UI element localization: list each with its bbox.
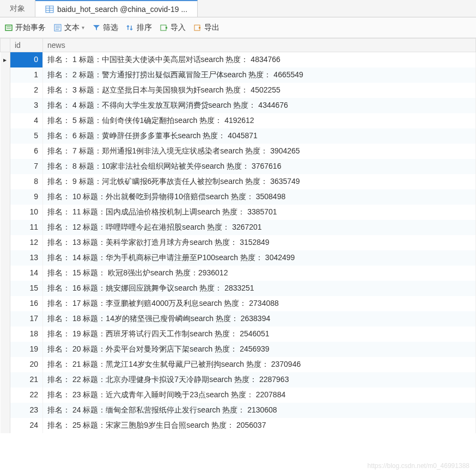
cell-news[interactable]: 排名： 9 标题：河北铁矿瞒报6死事故责任人被控制search 热度： 3635… [43, 174, 476, 189]
import-button[interactable]: 导入 [160, 23, 186, 33]
cell-news[interactable]: 排名： 23 标题：近六成青年入睡时间晚于23点search 热度： 22078… [43, 387, 476, 403]
row-indicator [1, 266, 10, 281]
cell-news[interactable]: 排名： 12 标题：哔哩哔哩今起在港招股search 热度： 3267201 [43, 220, 476, 235]
tab-active[interactable]: baidu_hot_search @china_covid-19 ... [35, 0, 198, 17]
cell-id[interactable]: 13 [10, 250, 43, 266]
begin-transaction-button[interactable]: 开始事务 [4, 23, 46, 33]
cell-news[interactable]: 排名： 7 标题：郑州通报1例非法入境无症状感染者search 热度： 3904… [43, 144, 476, 159]
cell-id[interactable]: 5 [10, 128, 43, 144]
cell-id[interactable]: 7 [10, 159, 43, 174]
row-indicator [1, 342, 10, 357]
cell-id[interactable]: 23 [10, 403, 43, 418]
cell-id[interactable]: 0 [10, 52, 43, 68]
row-indicator [1, 113, 10, 128]
cell-id[interactable]: 18 [10, 327, 43, 342]
cell-id[interactable]: 4 [10, 113, 43, 128]
row-indicator [1, 128, 10, 144]
column-header-news[interactable]: news [43, 39, 476, 52]
cell-news[interactable]: 排名： 18 标题：14岁的猪坚强已瘦骨嶙峋search 热度： 2638394 [43, 311, 476, 327]
table-row[interactable]: 13排名： 14 标题：华为手机商标已申请注册至P100search 热度： 3… [1, 250, 476, 266]
cell-news[interactable]: 排名： 20 标题：外卖平台对曼玲粥店下架search 热度： 2456939 [43, 342, 476, 357]
cell-id[interactable]: 16 [10, 296, 43, 311]
table-row[interactable]: 24排名： 25 标题：宋家三胞胎9岁生日合照search 热度： 205603… [1, 418, 476, 433]
table-row[interactable]: 8排名： 9 标题：河北铁矿瞒报6死事故责任人被控制search 热度： 363… [1, 174, 476, 189]
cell-news[interactable]: 排名： 13 标题：美科学家欲打造月球方舟search 热度： 3152849 [43, 235, 476, 250]
row-indicator [1, 220, 10, 235]
table-row[interactable]: 10排名： 11 标题：国内成品油价格按机制上调search 热度： 33857… [1, 205, 476, 220]
row-indicator [1, 250, 10, 266]
cell-news[interactable]: 排名： 8 标题：10家非法社会组织网站被关停search 热度： 376761… [43, 159, 476, 174]
cell-news[interactable]: 排名： 19 标题：西班牙将试行四天工作制search 热度： 2546051 [43, 327, 476, 342]
row-indicator [1, 144, 10, 159]
cell-news[interactable]: 排名： 25 标题：宋家三胞胎9岁生日合照search 热度： 2056037 [43, 418, 476, 433]
table-row[interactable]: 1排名： 2 标题：警方通报打捞出疑似西藏冒险王尸体search 热度： 466… [1, 67, 476, 83]
cell-id[interactable]: 8 [10, 174, 43, 189]
table-row[interactable]: 15排名： 16 标题：姚安娜回应跳舞争议search 热度： 2833251 [1, 281, 476, 296]
table-row[interactable]: 19排名： 20 标题：外卖平台对曼玲粥店下架search 热度： 245693… [1, 342, 476, 357]
cell-id[interactable]: 9 [10, 189, 43, 205]
column-header-id[interactable]: id [10, 39, 43, 52]
cell-news[interactable]: 排名： 10 标题：外出就餐吃到异物得10倍赔偿search 热度： 35084… [43, 189, 476, 205]
table-row[interactable]: 14排名： 15 标题： 欧冠8强出炉search 热度：2936012 [1, 266, 476, 281]
tab-objects[interactable]: 对象 [0, 0, 35, 17]
cell-id[interactable]: 21 [10, 372, 43, 387]
cell-id[interactable]: 22 [10, 387, 43, 403]
cell-news[interactable]: 排名： 15 标题： 欧冠8强出炉search 热度：2936012 [43, 266, 476, 281]
sort-icon [126, 23, 135, 32]
begin-transaction-label: 开始事务 [15, 23, 46, 33]
cell-id[interactable]: 10 [10, 205, 43, 220]
text-button[interactable]: 文本 ▾ [53, 23, 84, 33]
cell-id[interactable]: 14 [10, 266, 43, 281]
table-row[interactable]: 18排名： 19 标题：西班牙将试行四天工作制search 热度： 254605… [1, 327, 476, 342]
cell-id[interactable]: 3 [10, 98, 43, 113]
table-row[interactable]: ▸0排名： 1 标题：中国驻美大使谈中美高层对话search 热度： 48347… [1, 52, 476, 68]
cell-news[interactable]: 排名： 24 标题：缅甸全部私营报纸停止发行search 热度： 2130608 [43, 403, 476, 418]
row-indicator [1, 83, 10, 98]
table-row[interactable]: 21排名： 22 标题：北京办理健身卡拟设7天冷静期search 热度： 228… [1, 372, 476, 387]
cell-id[interactable]: 20 [10, 357, 43, 372]
cell-id[interactable]: 15 [10, 281, 43, 296]
table-row[interactable]: 4排名： 5 标题：仙剑奇侠传1确定翻拍search 热度： 4192612 [1, 113, 476, 128]
table-row[interactable]: 23排名： 24 标题：缅甸全部私营报纸停止发行search 热度： 21306… [1, 403, 476, 418]
cell-news[interactable]: 排名： 6 标题：黄峥辞任拼多多董事长search 热度： 4045871 [43, 128, 476, 144]
table-row[interactable]: 3排名： 4 标题：不得向大学生发放互联网消费贷search 热度： 43446… [1, 98, 476, 113]
cell-news[interactable]: 排名： 5 标题：仙剑奇侠传1确定翻拍search 热度： 4192612 [43, 113, 476, 128]
grid-header-row: id news [1, 39, 476, 52]
table-row[interactable]: 11排名： 12 标题：哔哩哔哩今起在港招股search 热度： 3267201 [1, 220, 476, 235]
cell-id[interactable]: 12 [10, 235, 43, 250]
table-row[interactable]: 2排名： 3 标题：赵立坚批日本与美国狼狈为奸search 热度： 450225… [1, 83, 476, 98]
cell-id[interactable]: 1 [10, 67, 43, 83]
cell-news[interactable]: 排名： 16 标题：姚安娜回应跳舞争议search 热度： 2833251 [43, 281, 476, 296]
table-row[interactable]: 9排名： 10 标题：外出就餐吃到异物得10倍赔偿search 热度： 3508… [1, 189, 476, 205]
cell-id[interactable]: 2 [10, 83, 43, 98]
export-icon [193, 23, 202, 32]
cell-news[interactable]: 排名： 11 标题：国内成品油价格按机制上调search 热度： 3385701 [43, 205, 476, 220]
table-row[interactable]: 5排名： 6 标题：黄峥辞任拼多多董事长search 热度： 4045871 [1, 128, 476, 144]
cell-news[interactable]: 排名： 14 标题：华为手机商标已申请注册至P100search 热度： 304… [43, 250, 476, 266]
row-indicator [1, 403, 10, 418]
cell-news[interactable]: 排名： 21 标题：黑龙江14岁女生弑母藏尸已被刑拘search 热度： 237… [43, 357, 476, 372]
filter-button[interactable]: 筛选 [92, 23, 118, 33]
sort-button[interactable]: 排序 [126, 23, 152, 33]
cell-news[interactable]: 排名： 2 标题：警方通报打捞出疑似西藏冒险王尸体search 热度： 4665… [43, 67, 476, 83]
export-button[interactable]: 导出 [193, 23, 219, 33]
cell-news[interactable]: 排名： 17 标题：李亚鹏被判赔4000万及利息search 热度： 27340… [43, 296, 476, 311]
table-row[interactable]: 7排名： 8 标题：10家非法社会组织网站被关停search 热度： 37676… [1, 159, 476, 174]
table-row[interactable]: 6排名： 7 标题：郑州通报1例非法入境无症状感染者search 热度： 390… [1, 144, 476, 159]
cell-news[interactable]: 排名： 22 标题：北京办理健身卡拟设7天冷静期search 热度： 22879… [43, 372, 476, 387]
cell-news[interactable]: 排名： 3 标题：赵立坚批日本与美国狼狈为奸search 热度： 4502255 [43, 83, 476, 98]
table-row[interactable]: 12排名： 13 标题：美科学家欲打造月球方舟search 热度： 315284… [1, 235, 476, 250]
cell-id[interactable]: 17 [10, 311, 43, 327]
cell-news[interactable]: 排名： 4 标题：不得向大学生发放互联网消费贷search 热度： 434467… [43, 98, 476, 113]
table-row[interactable]: 20排名： 21 标题：黑龙江14岁女生弑母藏尸已被刑拘search 热度： 2… [1, 357, 476, 372]
cell-id[interactable]: 6 [10, 144, 43, 159]
table-row[interactable]: 17排名： 18 标题：14岁的猪坚强已瘦骨嶙峋search 热度： 26383… [1, 311, 476, 327]
table-row[interactable]: 16排名： 17 标题：李亚鹏被判赔4000万及利息search 热度： 273… [1, 296, 476, 311]
row-indicator [1, 98, 10, 113]
cell-id[interactable]: 11 [10, 220, 43, 235]
table-row[interactable]: 22排名： 23 标题：近六成青年入睡时间晚于23点search 热度： 220… [1, 387, 476, 403]
cell-news[interactable]: 排名： 1 标题：中国驻美大使谈中美高层对话search 热度： 4834766 [43, 52, 476, 68]
row-indicator [1, 159, 10, 174]
cell-id[interactable]: 24 [10, 418, 43, 433]
cell-id[interactable]: 19 [10, 342, 43, 357]
